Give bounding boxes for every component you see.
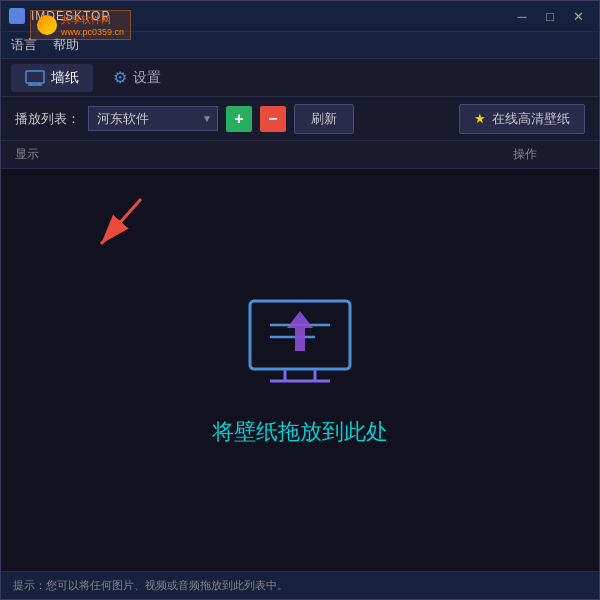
menu-language[interactable]: 语言 <box>11 36 37 54</box>
online-wallpaper-button[interactable]: ★ 在线高清壁纸 <box>459 104 585 134</box>
wallpaper-tab-icon <box>25 70 45 86</box>
minimize-button[interactable]: ─ <box>509 6 535 26</box>
table-header: 显示 操作 <box>1 141 599 169</box>
title-bar: IMDESKTOP ─ □ ✕ <box>1 1 599 31</box>
tab-wallpaper-label: 墙纸 <box>51 69 79 87</box>
tab-bar: 墙纸 ⚙ 设置 <box>1 59 599 97</box>
title-bar-left: IMDESKTOP <box>9 8 110 24</box>
menu-help[interactable]: 帮助 <box>53 36 79 54</box>
drop-zone-icon <box>240 293 360 397</box>
svg-marker-16 <box>287 311 313 351</box>
menu-bar: 语言 帮助 <box>1 31 599 59</box>
remove-playlist-button[interactable]: − <box>260 106 286 132</box>
toolbar: 播放列表： 河东软件 ▼ + − 刷新 ★ 在线高清壁纸 <box>1 97 599 141</box>
svg-rect-0 <box>12 11 22 19</box>
app-title: IMDESKTOP <box>31 9 110 23</box>
playlist-select-wrapper: 河东软件 ▼ <box>88 106 218 131</box>
tab-settings-label: 设置 <box>133 69 161 87</box>
tab-settings[interactable]: ⚙ 设置 <box>99 63 175 92</box>
svg-line-9 <box>101 199 141 244</box>
close-button[interactable]: ✕ <box>565 6 591 26</box>
star-icon: ★ <box>474 111 486 126</box>
status-hint: 提示：您可以将任何图片、视频或音频拖放到此列表中。 <box>13 578 288 593</box>
app-logo <box>9 8 25 24</box>
red-arrow-annotation <box>81 189 161 269</box>
tab-wallpaper[interactable]: 墙纸 <box>11 64 93 92</box>
col-actions: 操作 <box>465 146 585 163</box>
settings-tab-icon: ⚙ <box>113 68 127 87</box>
playlist-select[interactable]: 河东软件 <box>88 106 218 131</box>
refresh-button[interactable]: 刷新 <box>294 104 354 134</box>
playlist-label: 播放列表： <box>15 110 80 128</box>
status-bar: 提示：您可以将任何图片、视频或音频拖放到此列表中。 <box>1 571 599 599</box>
drop-text: 将壁纸拖放到此处 <box>212 417 388 447</box>
add-playlist-button[interactable]: + <box>226 106 252 132</box>
svg-rect-4 <box>26 71 44 83</box>
maximize-button[interactable]: □ <box>537 6 563 26</box>
col-display: 显示 <box>15 146 465 163</box>
online-wallpaper-label: 在线高清壁纸 <box>492 110 570 128</box>
main-window: IMDESKTOP ─ □ ✕ 共享软件网 www.pc0359.cn 语言 帮… <box>0 0 600 600</box>
window-controls: ─ □ ✕ <box>509 6 591 26</box>
content-area[interactable]: 将壁纸拖放到此处 <box>1 169 599 571</box>
